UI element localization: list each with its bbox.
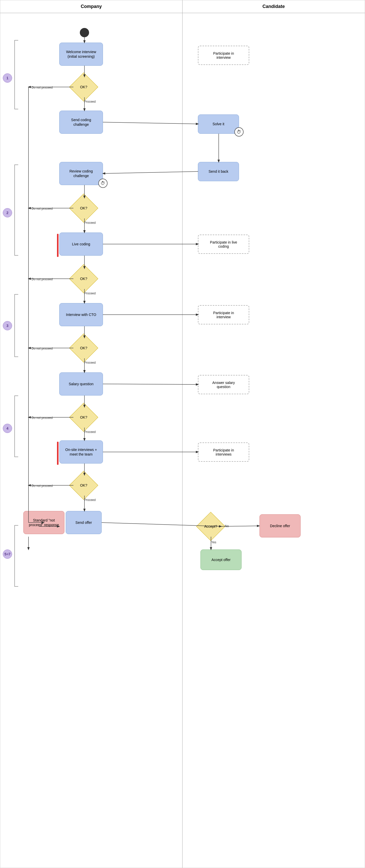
left-panel: 1 2 3 4 xyxy=(0,13,183,868)
participate-interviews-box: Participate in interviews xyxy=(198,442,249,462)
red-bar-3 xyxy=(57,234,59,257)
participate-interview-1-label: Participate in interview xyxy=(213,51,234,60)
content-area: 1 2 3 4 xyxy=(0,13,365,868)
clock-icon-1: ⏱ xyxy=(234,127,244,136)
send-offer-label: Send offer xyxy=(75,520,92,525)
solve-it-label: Solve it xyxy=(213,122,224,126)
ok3-label: OK? xyxy=(73,269,94,289)
swimlane-5-circle: 5≡7 xyxy=(3,550,12,559)
do-not-proceed-6: Do not proceed xyxy=(32,484,53,488)
proceed-5: Proceed xyxy=(84,430,96,434)
send-it-back-box: Send it back xyxy=(198,162,239,181)
review-coding-label: Review coding challenge xyxy=(69,169,93,178)
participate-live-label: Participate in live coding xyxy=(210,240,237,248)
swimlane-4: 4 xyxy=(3,424,12,433)
swimlane-5: 5≡7 xyxy=(3,550,12,559)
welcome-interview-label: Welcome interview (initial screening) xyxy=(66,50,96,59)
header: Company Candidate xyxy=(0,0,365,13)
swimlane-4-circle: 4 xyxy=(3,424,12,433)
participate-interview-2-box: Participate in interview xyxy=(198,305,249,324)
no-label: No xyxy=(225,524,229,528)
send-coding-box: Send coding challenge xyxy=(59,111,103,134)
do-not-proceed-1: Do not proceed xyxy=(32,86,53,89)
solve-it-box: Solve it xyxy=(198,115,239,134)
answer-salary-box: Answer salary question xyxy=(198,375,249,394)
yes-label: Yes xyxy=(211,540,216,544)
salary-question-label: Salary question xyxy=(69,382,94,386)
swimlane-5-label: 5≡7 xyxy=(4,552,10,556)
swimlane-1-circle: 1 xyxy=(3,73,12,83)
swimlane-3: 3 xyxy=(3,321,12,330)
swimlane-3-circle: 3 xyxy=(3,321,12,330)
swimlane-1-label: 1 xyxy=(6,76,8,80)
onsite-interviews-label: On-site interviews + meet the team xyxy=(65,447,97,457)
swimlane-2-bracket xyxy=(14,164,18,256)
interview-cto-box: Interview with CTO xyxy=(59,303,103,326)
swimlane-3-bracket xyxy=(14,294,18,357)
proceed-6: Proceed xyxy=(84,498,96,502)
clock-icon-2: ⏱ xyxy=(98,179,108,188)
swimlane-5-bracket xyxy=(14,525,18,587)
proceed-3: Proceed xyxy=(84,291,96,295)
do-not-proceed-5: Do not proceed xyxy=(32,416,53,420)
ok1-label: OK? xyxy=(73,77,94,97)
swimlane-1-bracket xyxy=(14,40,18,109)
proceed-2: Proceed xyxy=(84,221,96,224)
onsite-interviews-box: On-site interviews + meet the team xyxy=(59,440,103,464)
send-offer-box: Send offer xyxy=(66,511,102,534)
red-bar-5 xyxy=(57,442,59,465)
send-coding-label: Send coding challenge xyxy=(71,118,91,127)
swimlane-4-bracket xyxy=(14,396,18,457)
swimlane-2-label: 2 xyxy=(6,211,8,215)
candidate-header: Candidate xyxy=(183,0,365,13)
salary-question-box: Salary question xyxy=(59,372,103,396)
answer-salary-label: Answer salary question xyxy=(212,381,235,389)
proceed-4: Proceed xyxy=(84,361,96,365)
accept-offer-box: Accept offer xyxy=(201,550,242,570)
participate-interview-1-box: Participate in interview xyxy=(198,46,249,65)
accept-label: Accept? xyxy=(201,516,221,537)
standard-not-proceed-label: Standard "not proceed" response xyxy=(29,518,59,527)
ok6-label: OK? xyxy=(73,475,94,496)
interview-cto-label: Interview with CTO xyxy=(66,312,96,317)
proceed-1: Proceed xyxy=(84,100,96,103)
send-it-back-label: Send it back xyxy=(208,169,228,174)
diagram-container: Company Candidate 1 2 xyxy=(0,0,365,868)
right-panel: Participate in interview Solve it ⏱ Send… xyxy=(183,13,365,868)
welcome-interview-box: Welcome interview (initial screening) xyxy=(59,42,103,66)
review-coding-box: Review coding challenge xyxy=(59,162,103,185)
do-not-proceed-3: Do not proceed xyxy=(32,277,53,281)
accept-offer-label: Accept offer xyxy=(212,557,231,562)
company-header: Company xyxy=(0,0,183,13)
swimlane-2: 2 xyxy=(3,208,12,217)
do-not-proceed-4: Do not proceed xyxy=(32,347,53,350)
swimlane-3-label: 3 xyxy=(6,323,8,328)
do-not-proceed-2: Do not proceed xyxy=(32,207,53,211)
participate-interviews-label: Participate in interviews xyxy=(213,448,234,456)
live-coding-label: Live coding xyxy=(72,242,90,246)
swimlane-2-circle: 2 xyxy=(3,208,12,217)
company-label: Company xyxy=(81,4,102,9)
live-coding-box: Live coding xyxy=(59,232,103,256)
decline-offer-box: Decline offer xyxy=(260,514,301,537)
standard-not-proceed-box: Standard "not proceed" response xyxy=(23,511,64,534)
candidate-label: Candidate xyxy=(262,4,285,9)
ok5-label: OK? xyxy=(73,407,94,428)
ok2-label: OK? xyxy=(73,198,94,218)
participate-interview-2-label: Participate in interview xyxy=(213,311,234,319)
participate-live-coding-box: Participate in live coding xyxy=(198,235,249,254)
start-node xyxy=(80,28,89,37)
ok4-label: OK? xyxy=(73,338,94,358)
decline-offer-label: Decline offer xyxy=(270,524,290,528)
swimlane-4-label: 4 xyxy=(6,426,8,430)
swimlane-1: 1 xyxy=(3,73,12,83)
